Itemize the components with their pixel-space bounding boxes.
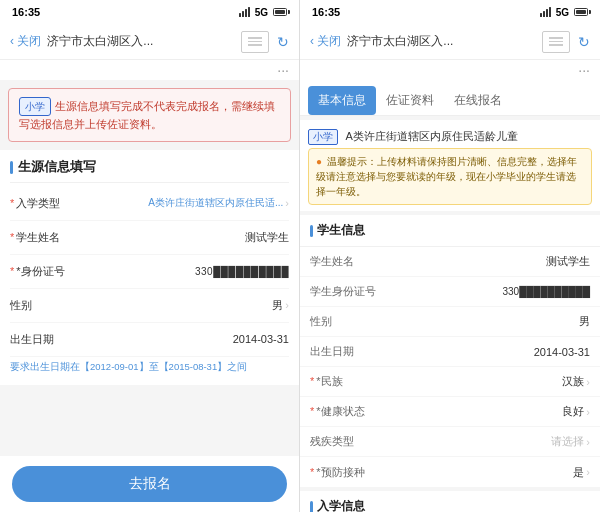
left-form-section: 生源信息填写 入学类型 A类许庄街道辖区内原住民适... › 学生姓名 测试学生… <box>0 150 299 385</box>
right-nav-actions: ↻ <box>542 31 590 53</box>
tabs-bar: 基本信息 佐证资料 在线报名 <box>300 80 600 116</box>
r-row-health[interactable]: *健康状态 良好 › <box>300 397 600 427</box>
r-value-health: 良好 <box>390 404 584 419</box>
chevron-vaccine: › <box>586 466 590 478</box>
form-row-dob[interactable]: 出生日期 2014-03-31 <box>10 323 289 357</box>
register-button[interactable]: 去报名 <box>12 466 287 502</box>
r-value-dob: 2014-03-31 <box>390 346 590 358</box>
left-scroll: 小学生源信息填写完成不代表完成报名，需继续填写选报信息并上传佐证资料。 生源信息… <box>0 80 299 456</box>
right-time: 16:35 <box>312 6 340 18</box>
r-row-ethnicity[interactable]: *民族 汉族 › <box>300 367 600 397</box>
value-student-name: 测试学生 <box>80 230 289 245</box>
right-network-type: 5G <box>556 7 569 18</box>
right-status-icons: 5G <box>540 7 588 18</box>
left-nav-title: 济宁市太白湖区入... <box>47 33 235 50</box>
right-status-bar: 16:35 5G <box>300 0 600 24</box>
r-value-vaccine: 是 <box>390 465 584 480</box>
r-label-ethnicity: *民族 <box>310 374 390 389</box>
value-enrollment-type: A类许庄街道辖区内原住民适... <box>80 196 283 210</box>
network-type: 5G <box>255 7 268 18</box>
right-student-section: 学生信息 学生姓名 测试学生 学生身份证号 330██████████ 性别 男… <box>300 215 600 487</box>
right-document-icon[interactable] <box>542 31 570 53</box>
label-enrollment-type: 入学类型 <box>10 196 80 211</box>
left-status-icons: 5G <box>239 7 287 18</box>
r-value-id: 330██████████ <box>390 286 590 297</box>
left-alert: 小学生源信息填写完成不代表完成报名，需继续填写选报信息并上传佐证资料。 <box>8 88 291 142</box>
r-row-dob: 出生日期 2014-03-31 <box>300 337 600 367</box>
value-gender: 男 <box>80 298 283 313</box>
signal-icon <box>239 7 250 17</box>
left-nav-actions: ↻ <box>241 31 289 53</box>
r-label-dob: 出生日期 <box>310 344 390 359</box>
right-enroll-section: 入学信息 <box>300 491 600 512</box>
alert-text: 生源信息填写完成不代表完成报名，需继续填写选报信息并上传佐证资料。 <box>19 100 275 130</box>
r-label-name: 学生姓名 <box>310 254 390 269</box>
left-panel: 16:35 5G ‹ 关闭 济宁市太白湖区入... ↻ ··· <box>0 0 300 512</box>
r-row-disability[interactable]: 残疾类型 请选择 › <box>300 427 600 457</box>
right-signal-icon <box>540 7 551 17</box>
form-row-enrollment-type[interactable]: 入学类型 A类许庄街道辖区内原住民适... › <box>10 187 289 221</box>
form-row-student-name[interactable]: 学生姓名 测试学生 <box>10 221 289 255</box>
right-student-section-title: 学生信息 <box>300 215 600 247</box>
form-row-id-number[interactable]: *身份证号 330██████████ <box>10 255 289 289</box>
right-panel: 16:35 5G ‹ 关闭 济宁市太白湖区入... ↻ ··· 基本信息 <box>300 0 600 512</box>
dob-hint: 要求出生日期在【2012-09-01】至【2015-08-31】之间 <box>10 357 289 377</box>
document-icon[interactable] <box>241 31 269 53</box>
refresh-icon[interactable]: ↻ <box>277 34 289 50</box>
r-label-health: *健康状态 <box>310 404 390 419</box>
right-enroll-section-title: 入学信息 <box>300 491 600 512</box>
left-back-button[interactable]: ‹ 关闭 <box>10 33 41 50</box>
form-row-gender[interactable]: 性别 男 › <box>10 289 289 323</box>
value-id-number: 330██████████ <box>80 266 289 277</box>
right-dots-menu[interactable]: ··· <box>300 60 600 80</box>
chevron-gender: › <box>285 299 289 311</box>
right-scroll: 小学 A类许庄街道辖区内原住民适龄儿童 ● 温馨提示：上传材料请保持图片清晰、信… <box>300 116 600 512</box>
r-row-id: 学生身份证号 330██████████ <box>300 277 600 307</box>
right-school-type: A类许庄街道辖区内原住民适龄儿童 <box>345 130 517 142</box>
left-bottom-bar: 去报名 <box>0 456 299 512</box>
right-battery-icon <box>574 8 588 16</box>
right-back-button[interactable]: ‹ 关闭 <box>310 33 341 50</box>
label-dob: 出生日期 <box>10 332 80 347</box>
right-refresh-icon[interactable]: ↻ <box>578 34 590 50</box>
left-nav-bar: ‹ 关闭 济宁市太白湖区入... ↻ <box>0 24 299 60</box>
left-time: 16:35 <box>12 6 40 18</box>
right-warning-text: ● 温馨提示：上传材料请保持图片清晰、信息完整，选择年级请注意选择与您要就读的年… <box>308 148 592 205</box>
r-label-disability: 残疾类型 <box>310 434 390 449</box>
battery-icon <box>273 8 287 16</box>
label-student-name: 学生姓名 <box>10 230 80 245</box>
left-dots-menu[interactable]: ··· <box>0 60 299 80</box>
r-row-gender: 性别 男 <box>300 307 600 337</box>
tab-evidence[interactable]: 佐证资料 <box>376 86 444 115</box>
r-value-ethnicity: 汉族 <box>390 374 584 389</box>
left-section-title: 生源信息填写 <box>10 150 289 183</box>
r-row-name: 学生姓名 测试学生 <box>300 247 600 277</box>
r-label-vaccine: *预防接种 <box>310 465 390 480</box>
tab-online-register[interactable]: 在线报名 <box>444 86 512 115</box>
r-row-vaccine[interactable]: *预防接种 是 › <box>300 457 600 487</box>
chevron-enrollment-type: › <box>285 197 289 209</box>
label-id-number: *身份证号 <box>10 264 80 279</box>
right-warning-box: 小学 A类许庄街道辖区内原住民适龄儿童 ● 温馨提示：上传材料请保持图片清晰、信… <box>300 120 600 211</box>
right-nav-title: 济宁市太白湖区入... <box>347 33 536 50</box>
right-nav-bar: ‹ 关闭 济宁市太白湖区入... ↻ <box>300 24 600 60</box>
tab-basic-info[interactable]: 基本信息 <box>308 86 376 115</box>
chevron-health: › <box>586 406 590 418</box>
chevron-disability: › <box>586 436 590 448</box>
r-label-gender: 性别 <box>310 314 390 329</box>
school-badge: 小学 <box>19 97 51 116</box>
right-school-badge: 小学 <box>308 129 338 145</box>
chevron-ethnicity: › <box>586 376 590 388</box>
label-gender: 性别 <box>10 298 80 313</box>
left-status-bar: 16:35 5G <box>0 0 299 24</box>
value-dob: 2014-03-31 <box>80 333 289 345</box>
r-value-name: 测试学生 <box>390 254 590 269</box>
r-label-id: 学生身份证号 <box>310 284 390 299</box>
r-value-gender: 男 <box>390 314 590 329</box>
r-value-disability: 请选择 <box>390 434 584 449</box>
